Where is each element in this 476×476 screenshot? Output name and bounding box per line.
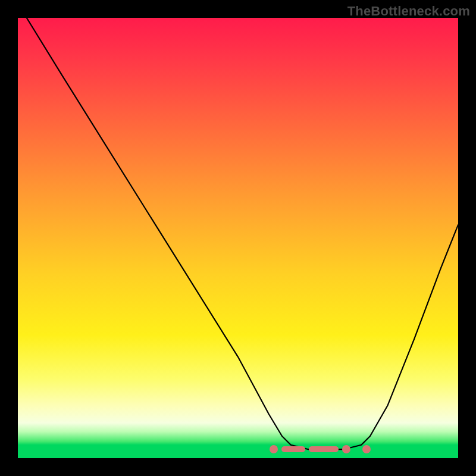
optimal-range-marker [270, 445, 382, 453]
optimal-dot [342, 445, 350, 453]
curve-path [27, 18, 458, 449]
optimal-bar [309, 446, 339, 452]
watermark-text: TheBottleneck.com [347, 4, 470, 19]
plot-area [18, 18, 458, 458]
optimal-bar [281, 446, 305, 452]
optimal-dot [362, 445, 371, 453]
bottleneck-curve [18, 18, 458, 458]
optimal-dot [270, 445, 278, 453]
chart-frame: TheBottleneck.com [0, 0, 476, 476]
